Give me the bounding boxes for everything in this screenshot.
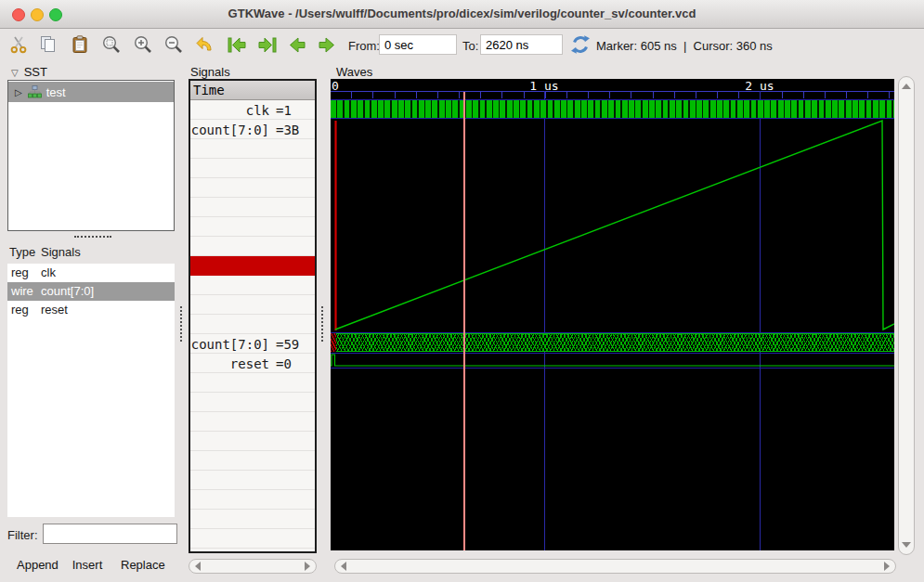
analog-and-reset-traces — [331, 79, 894, 550]
from-input[interactable] — [379, 34, 457, 55]
signal-list-row-reset[interactable]: reg reset — [7, 301, 175, 319]
filter-label: Filter: — [7, 528, 38, 542]
value-row-name: clk — [190, 103, 269, 118]
insert-button[interactable]: Insert — [65, 554, 110, 575]
scissors-icon — [9, 35, 28, 54]
waves-horizontal-scrollbar[interactable] — [334, 559, 896, 574]
selected-blank-row[interactable] — [190, 256, 315, 276]
waves-canvas[interactable]: 0 1 us 2 us — [331, 79, 894, 550]
value-row-clk[interactable]: clk=1 — [190, 100, 315, 120]
arrow-to-right-edge-icon — [256, 34, 279, 55]
cut-button[interactable] — [7, 32, 30, 57]
left-arrow-icon — [286, 34, 308, 55]
zoom-out-icon — [163, 34, 184, 55]
value-row-value: =3B — [276, 123, 311, 137]
sst-tree: ▷ test — [7, 80, 175, 231]
time-header[interactable]: Time — [190, 81, 315, 100]
signal-name: count[7:0] — [41, 282, 94, 301]
value-row-value: =1 — [276, 103, 311, 118]
title-bar: GTKWave - /Users/wulff/Documents/pro/dic… — [0, 0, 924, 29]
zoom-in-icon — [133, 34, 153, 55]
collapse-triangle-icon[interactable]: ▽ — [11, 68, 19, 78]
replace-button[interactable]: Replace — [115, 554, 169, 575]
signal-list: reg clk wire count[7:0] reg reset — [7, 264, 175, 517]
minimize-button[interactable] — [31, 8, 44, 21]
paste-button[interactable] — [69, 32, 91, 57]
waves-pane-label: Waves — [336, 65, 372, 79]
maximize-button[interactable] — [49, 8, 62, 21]
value-row-value: =59 — [276, 337, 311, 352]
signal-type: reg — [11, 301, 29, 319]
toolbar: From: To: Marker: 605 ns | Cursor: 360 n… — [0, 28, 924, 65]
cursor-value: Cursor: 360 ns — [694, 39, 773, 53]
hierarchy-icon — [28, 85, 42, 98]
scroll-down-arrow-icon[interactable] — [902, 542, 911, 548]
sst-header-label: SST — [24, 65, 47, 79]
pane-splitter-grip-left[interactable] — [180, 306, 182, 342]
signal-list-row-count[interactable]: wire count[7:0] — [7, 282, 175, 301]
signal-values-panel: Time clk=1 count[7:0]=3B count[7:0]=59 r… — [189, 79, 317, 553]
value-row-name: count[7:0] — [190, 123, 269, 137]
value-row-value: =0 — [276, 356, 311, 371]
reset-trace — [331, 355, 894, 366]
shift-left-button[interactable] — [286, 32, 308, 57]
signals-column-header: Signals — [41, 245, 81, 259]
signal-type: reg — [11, 264, 29, 282]
close-button[interactable] — [12, 8, 25, 21]
zoom-fit-icon — [101, 34, 122, 55]
signal-name: reset — [41, 301, 68, 319]
waves-vertical-scrollbar[interactable] — [898, 76, 915, 555]
to-input[interactable] — [480, 34, 563, 55]
value-row-name: count[7:0] — [190, 337, 269, 352]
signal-list-row-clk[interactable]: reg clk — [7, 264, 175, 282]
filter-input[interactable] — [43, 524, 177, 544]
scroll-right-arrow-icon[interactable] — [305, 562, 310, 571]
signals-pane-label: Signals — [190, 65, 230, 79]
reload-button[interactable] — [569, 32, 592, 57]
next-edge-button[interactable] — [256, 32, 279, 57]
value-row-count-dec[interactable]: count[7:0]=59 — [190, 334, 315, 354]
prev-edge-button[interactable] — [226, 32, 248, 57]
shift-right-button[interactable] — [316, 32, 338, 57]
signals-horizontal-scrollbar[interactable] — [189, 559, 317, 574]
zoom-fit-button[interactable] — [100, 32, 123, 57]
pane-splitter-grip-right[interactable] — [321, 306, 323, 342]
scroll-left-arrow-icon[interactable] — [195, 562, 201, 571]
signal-type: wire — [11, 282, 33, 301]
value-row-reset[interactable]: reset=0 — [190, 354, 315, 373]
marker-cursor-readout: Marker: 605 ns | Cursor: 360 ns — [596, 39, 773, 53]
marker-cursor-separator: | — [683, 39, 686, 53]
scroll-left-arrow-icon[interactable] — [341, 562, 346, 571]
type-column-header: Type — [9, 245, 35, 259]
from-label: From: — [348, 39, 380, 53]
tree-item-test[interactable]: ▷ test — [8, 82, 174, 102]
scroll-up-arrow-icon[interactable] — [902, 84, 911, 89]
to-label: To: — [462, 39, 478, 53]
undo-arrow-icon — [195, 34, 215, 55]
marker-value: Marker: 605 ns — [596, 39, 677, 53]
horizontal-splitter-grip[interactable] — [74, 236, 111, 238]
primary-marker-line[interactable] — [463, 92, 465, 550]
value-row-name: reset — [190, 356, 269, 371]
signal-name: clk — [41, 264, 56, 282]
value-row-count-hex[interactable]: count[7:0]=3B — [190, 120, 315, 139]
tree-item-label: test — [46, 85, 66, 99]
zoom-out-button[interactable] — [163, 32, 185, 57]
arrow-to-left-edge-icon — [226, 34, 248, 55]
clipboard-icon — [71, 35, 89, 54]
sst-header: ▽SST — [5, 65, 47, 79]
signal-values-body: clk=1 count[7:0]=3B count[7:0]=59 reset=… — [190, 100, 315, 551]
gtkwave-window: GTKWave - /Users/wulff/Documents/pro/dic… — [0, 0, 924, 582]
copy-button[interactable] — [37, 32, 59, 57]
scroll-right-arrow-icon[interactable] — [884, 562, 890, 571]
zoom-in-button[interactable] — [132, 32, 154, 57]
count-analog-ramp — [335, 121, 894, 330]
right-arrow-icon — [316, 34, 338, 55]
undo-button[interactable] — [194, 32, 216, 57]
expand-triangle-icon[interactable]: ▷ — [15, 87, 22, 97]
append-button[interactable]: Append — [11, 554, 61, 575]
copy-icon — [39, 35, 58, 54]
reload-icon — [570, 34, 591, 55]
window-title: GTKWave - /Users/wulff/Documents/pro/dic… — [111, 0, 813, 28]
